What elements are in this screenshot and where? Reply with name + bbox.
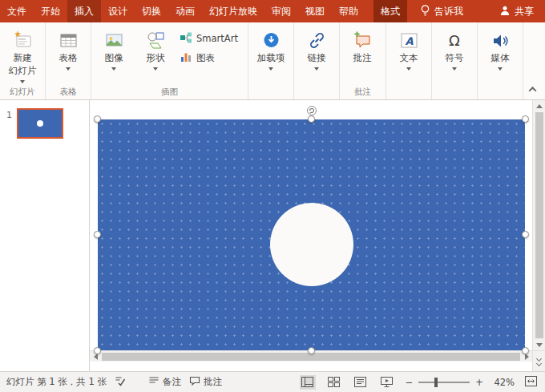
ribbon-group-symbols: Ω 符号 [432, 22, 478, 99]
resize-handle-middle-left[interactable] [94, 231, 101, 238]
workspace: 1 [0, 100, 545, 371]
smartart-button[interactable]: SmartArt [176, 30, 241, 46]
tab-animations[interactable]: 动画 [168, 0, 202, 22]
ribbon-group-links: 链接 [294, 22, 340, 99]
ribbon: 新建 幻灯片 幻灯片 表格 表格 [0, 22, 545, 100]
media-button[interactable]: 媒体 [479, 22, 521, 99]
ribbon-group-tables: 表格 表格 [46, 22, 91, 99]
resize-handle-top-left[interactable] [94, 115, 101, 123]
zoom-in-button[interactable]: + [475, 377, 483, 388]
tab-file[interactable]: 文件 [0, 0, 34, 22]
selected-blue-shape[interactable] [98, 119, 525, 350]
zoom-percentage-button[interactable]: 42% [494, 377, 515, 388]
zoom-slider[interactable] [418, 382, 470, 383]
slideshow-view-button[interactable] [379, 375, 395, 390]
image-icon [102, 29, 126, 51]
resize-handle-bottom-left[interactable] [94, 347, 101, 354]
tab-home[interactable]: 开始 [34, 0, 67, 22]
triangle-down-icon [536, 343, 543, 347]
new-slide-icon [10, 29, 34, 51]
tab-slideshow[interactable]: 幻灯片放映 [202, 0, 264, 22]
slide-sorter-view-button[interactable] [326, 375, 342, 390]
link-button[interactable]: 链接 [296, 22, 337, 99]
tab-review[interactable]: 审阅 [264, 0, 298, 22]
dropdown-caret-icon [314, 67, 319, 71]
chart-button[interactable]: 图表 [176, 50, 241, 66]
notes-icon [148, 376, 159, 389]
scroll-up-arrow[interactable] [533, 100, 545, 111]
spellcheck-icon[interactable] [115, 375, 126, 389]
comments-button[interactable]: 批注 [189, 376, 222, 389]
resize-handle-top-right[interactable] [522, 115, 529, 123]
tell-me-button[interactable]: 告诉我 [420, 0, 463, 22]
chevron-down-icon [536, 361, 542, 366]
dropdown-caret-icon [111, 67, 116, 71]
slide-thumbnail-panel: 1 [0, 100, 90, 371]
rotate-handle[interactable] [306, 105, 317, 116]
fit-to-window-button[interactable] [525, 376, 537, 389]
slide-count-info: 幻灯片 第 1 张，共 1 张 [6, 376, 107, 388]
ribbon-group-text: A 文本 [386, 22, 432, 99]
resize-handle-top-middle[interactable] [308, 115, 315, 123]
powerpoint-window: 文件 开始 插入 设计 切换 动画 幻灯片放映 审阅 视图 帮助 格式 告诉我 [0, 0, 545, 392]
symbol-button[interactable]: Ω 符号 [434, 22, 475, 99]
symbol-label: 符号 [446, 52, 464, 64]
shapes-icon [143, 29, 168, 51]
dropdown-caret-icon [268, 67, 273, 71]
notes-button[interactable]: 备注 [148, 376, 181, 389]
dropdown-caret-icon [20, 80, 25, 83]
share-label: 共享 [515, 5, 534, 18]
tab-view[interactable]: 视图 [298, 0, 332, 22]
next-slide-button[interactable] [533, 350, 545, 371]
vertical-scrollbar[interactable] [532, 100, 545, 371]
text-label: 文本 [400, 52, 418, 64]
slide-number: 1 [6, 108, 12, 139]
tab-insert[interactable]: 插入 [67, 0, 101, 22]
normal-view-button[interactable] [300, 375, 316, 390]
new-slide-label-line2: 幻灯片 [9, 65, 37, 77]
dropdown-caret-icon [66, 67, 71, 71]
ribbon-group-addins: 加载项 [248, 22, 294, 99]
dropdown-caret-icon [406, 67, 411, 71]
share-button[interactable]: 共享 [499, 0, 545, 22]
chevron-up-icon [528, 86, 536, 94]
reading-view-button[interactable] [353, 375, 369, 390]
vertical-scroll-thumb[interactable] [535, 112, 543, 338]
dropdown-caret-icon [153, 67, 158, 71]
zoom-slider-thumb[interactable] [434, 378, 438, 387]
group-label-illustrations: 插图 [91, 87, 248, 98]
link-label: 链接 [308, 52, 326, 64]
notes-label: 备注 [163, 376, 181, 388]
tab-design[interactable]: 设计 [101, 0, 135, 22]
addins-icon [259, 29, 283, 51]
addins-label: 加载项 [257, 52, 285, 64]
resize-handle-middle-right[interactable] [522, 231, 529, 238]
tab-transitions[interactable]: 切换 [135, 0, 168, 22]
canvas-column [90, 100, 532, 371]
link-icon [305, 29, 329, 51]
text-button[interactable]: A 文本 [388, 22, 430, 99]
scroll-down-arrow[interactable] [533, 339, 545, 350]
slide-thumbnail-row: 1 [0, 108, 89, 139]
group-label-slides: 幻灯片 [0, 87, 45, 98]
zoom-out-button[interactable]: − [406, 377, 414, 388]
text-icon: A [397, 29, 421, 51]
slide-canvas[interactable] [90, 100, 532, 350]
collapse-ribbon-button[interactable] [526, 83, 539, 95]
chart-icon [180, 51, 192, 66]
media-label: 媒体 [491, 52, 510, 64]
slide-thumbnail-1[interactable] [17, 108, 63, 139]
new-slide-label-line1: 新建 [14, 52, 32, 64]
zoom-controls: − + [406, 377, 483, 388]
ribbon-group-media: 媒体 [478, 22, 523, 99]
resize-handle-bottom-right[interactable] [522, 347, 529, 354]
table-icon [56, 29, 80, 51]
ribbon-tabs: 文件 开始 插入 设计 切换 动画 幻灯片放映 审阅 视图 帮助 格式 [0, 0, 407, 22]
resize-handle-bottom-middle[interactable] [308, 347, 315, 354]
tab-help[interactable]: 帮助 [332, 0, 365, 22]
smartart-icon [180, 31, 192, 46]
image-label: 图像 [105, 52, 123, 64]
tab-format[interactable]: 格式 [373, 0, 407, 22]
addins-button[interactable]: 加载项 [250, 22, 292, 99]
comments-label: 批注 [204, 376, 222, 388]
